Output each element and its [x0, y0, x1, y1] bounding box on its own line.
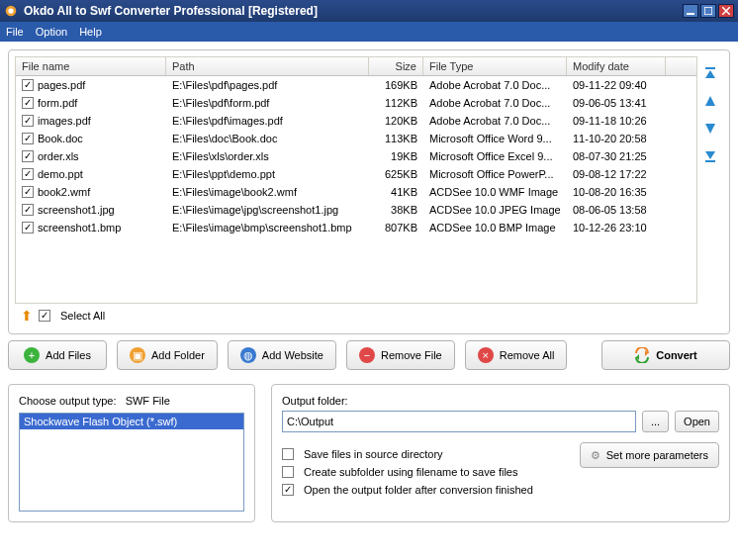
menubar: File Option Help [0, 22, 738, 42]
cell-type: Microsoft Office PowerP... [423, 168, 567, 180]
output-type-item[interactable]: Shockwave Flash Object (*.swf) [20, 414, 243, 429]
row-checkbox[interactable] [22, 115, 34, 127]
row-checkbox[interactable] [22, 97, 34, 109]
row-checkbox[interactable] [22, 186, 34, 198]
cell-type: Microsoft Office Excel 9... [423, 150, 567, 162]
output-type-panel: Choose output type: SWF File Shockwave F… [8, 384, 255, 522]
convert-icon [634, 347, 650, 363]
row-checkbox[interactable] [22, 168, 34, 180]
cell-type: Adobe Acrobat 7.0 Doc... [423, 115, 567, 127]
svg-marker-10 [705, 151, 715, 159]
close-button[interactable] [718, 4, 734, 18]
cell-size: 169KB [369, 79, 423, 91]
add-website-button[interactable]: ◍Add Website [228, 340, 336, 370]
col-path[interactable]: Path [166, 57, 369, 75]
cell-name: pages.pdf [38, 79, 85, 91]
plus-icon: + [24, 347, 40, 363]
set-parameters-button[interactable]: ⚙Set more parameters [580, 442, 719, 468]
remove-all-button[interactable]: ×Remove All [465, 340, 568, 370]
cell-date: 08-06-05 13:58 [567, 204, 666, 216]
cell-date: 09-11-18 10:26 [567, 115, 666, 127]
convert-button[interactable]: Convert [601, 340, 730, 370]
cell-path: E:\Files\image\book2.wmf [166, 186, 369, 198]
row-checkbox[interactable] [22, 79, 34, 91]
open-folder-button[interactable]: Open [675, 411, 719, 432]
add-folder-button[interactable]: ▣Add Folder [117, 340, 218, 370]
cell-type: Microsoft Office Word 9... [423, 133, 567, 144]
cell-type: ACDSee 10.0 BMP Image [423, 222, 567, 233]
cell-name: order.xls [38, 150, 79, 162]
file-table: File name Path Size File Type Modify dat… [15, 56, 697, 304]
menu-option[interactable]: Option [36, 26, 67, 38]
select-all-checkbox[interactable] [39, 310, 50, 322]
row-checkbox[interactable] [22, 133, 34, 144]
table-row[interactable]: pages.pdfE:\Files\pdf\pages.pdf169KBAdob… [16, 76, 696, 94]
cell-name: screenshot1.jpg [38, 204, 115, 216]
cell-name: demo.ppt [38, 168, 83, 180]
cell-name: images.pdf [38, 115, 91, 127]
output-folder-input[interactable] [282, 411, 636, 432]
table-row[interactable]: order.xlsE:\Files\xls\order.xls19KBMicro… [16, 147, 696, 165]
cell-type: ACDSee 10.0 JPEG Image [423, 204, 567, 216]
col-date[interactable]: Modify date [567, 57, 666, 75]
col-type[interactable]: File Type [423, 57, 567, 75]
svg-rect-11 [705, 160, 715, 162]
cell-type: ACDSee 10.0 WMF Image [423, 186, 567, 198]
output-type-label: Choose output type: [19, 395, 116, 407]
remove-file-button[interactable]: −Remove File [346, 340, 455, 370]
table-row[interactable]: screenshot1.bmpE:\Files\image\bmp\screen… [16, 219, 696, 236]
open-after-label: Open the output folder after conversion … [304, 484, 533, 496]
cell-path: E:\Files\pdf\pages.pdf [166, 79, 369, 91]
cell-path: E:\Files\image\jpg\screenshot1.jpg [166, 204, 369, 216]
table-row[interactable]: Book.docE:\Files\doc\Book.doc113KBMicros… [16, 130, 696, 147]
move-bottom-button[interactable] [701, 147, 719, 165]
cell-date: 09-08-12 17:22 [567, 168, 666, 180]
table-row[interactable]: form.pdfE:\Files\pdf\form.pdf112KBAdobe … [16, 94, 696, 112]
move-down-button[interactable] [701, 120, 719, 138]
app-icon [4, 4, 18, 18]
cell-path: E:\Files\pdf\form.pdf [166, 97, 369, 109]
table-row[interactable]: images.pdfE:\Files\pdf\images.pdf120KBAd… [16, 112, 696, 130]
cell-path: E:\Files\xls\order.xls [166, 150, 369, 162]
svg-rect-6 [705, 67, 715, 69]
move-top-button[interactable] [701, 64, 719, 82]
cell-size: 19KB [369, 150, 423, 162]
add-files-button[interactable]: +Add Files [8, 340, 107, 370]
cell-size: 41KB [369, 186, 423, 198]
svg-marker-9 [705, 124, 715, 134]
row-checkbox[interactable] [22, 204, 34, 216]
cell-date: 08-07-30 21:25 [567, 150, 666, 162]
col-size[interactable]: Size [369, 57, 423, 75]
cell-path: E:\Files\pdf\images.pdf [166, 115, 369, 127]
save-source-checkbox[interactable] [282, 448, 294, 460]
action-toolbar: +Add Files ▣Add Folder ◍Add Website −Rem… [8, 334, 730, 376]
menu-file[interactable]: File [6, 26, 24, 38]
svg-point-1 [8, 8, 13, 13]
cell-date: 09-06-05 13:41 [567, 97, 666, 109]
cell-type: Adobe Acrobat 7.0 Doc... [423, 79, 567, 91]
svg-marker-7 [705, 70, 715, 78]
titlebar: Okdo All to Swf Converter Professional [… [0, 0, 738, 22]
maximize-button[interactable] [700, 4, 716, 18]
gear-icon: ⚙ [591, 449, 600, 462]
move-up-button[interactable] [701, 92, 719, 110]
table-row[interactable]: demo.pptE:\Files\ppt\demo.ppt625KBMicros… [16, 165, 696, 183]
menu-help[interactable]: Help [79, 26, 102, 38]
cell-path: E:\Files\ppt\demo.ppt [166, 168, 369, 180]
svg-rect-2 [687, 13, 694, 15]
output-type-listbox[interactable]: Shockwave Flash Object (*.swf) [19, 413, 244, 512]
table-row[interactable]: screenshot1.jpgE:\Files\image\jpg\screen… [16, 201, 696, 219]
browse-button[interactable]: ... [642, 411, 669, 432]
cell-name: form.pdf [38, 97, 77, 109]
open-after-checkbox[interactable] [282, 484, 294, 496]
table-row[interactable]: book2.wmfE:\Files\image\book2.wmf41KBACD… [16, 183, 696, 201]
minimize-button[interactable] [683, 4, 698, 18]
cell-size: 112KB [369, 97, 423, 109]
row-checkbox[interactable] [22, 222, 34, 233]
svg-marker-8 [705, 96, 715, 106]
col-filename[interactable]: File name [16, 57, 166, 75]
row-checkbox[interactable] [22, 150, 34, 162]
save-source-label: Save files in source directory [304, 448, 443, 460]
create-subfolder-checkbox[interactable] [282, 466, 294, 478]
cell-type: Adobe Acrobat 7.0 Doc... [423, 97, 567, 109]
